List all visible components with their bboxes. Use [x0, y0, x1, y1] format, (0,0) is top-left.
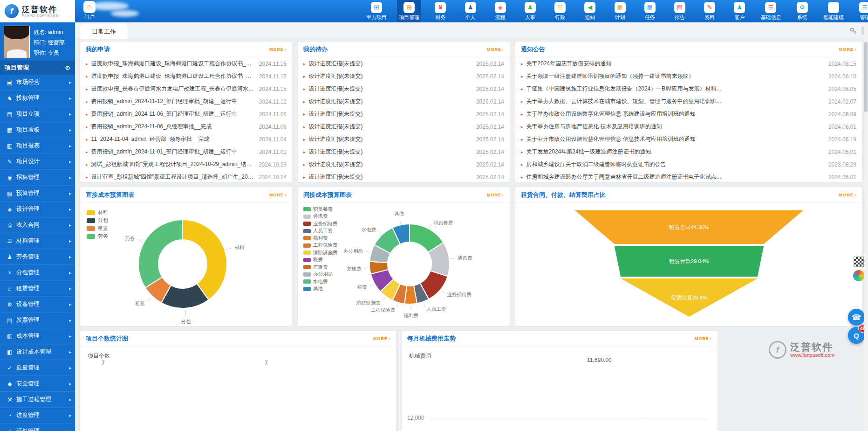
list-item[interactable]: ▸于征集《中国建筑施工行业信息化发展报告（2024）—BIM应用与发展》材料..… [515, 83, 862, 95]
sidebar-item-进度管理[interactable]: ◔进度管理▸ [0, 408, 75, 424]
sidebar-item-材料管理[interactable]: ☰材料管理▸ [0, 233, 75, 249]
list-item[interactable]: ▸设计进度汇报(未提交)2025.02.14 [298, 158, 510, 171]
qq-chat-button[interactable]: Q 45 [848, 327, 865, 344]
nav-item-财务[interactable]: ¥财务 [430, 0, 451, 22]
nav-item-通知[interactable]: ◀通知 [579, 0, 601, 22]
sidebar-item-设备管理[interactable]: ⚙设备管理▸ [0, 297, 75, 313]
list-item[interactable]: ▸设计进度汇报(未提交)2025.02.14 [298, 171, 510, 183]
sidebar-item-收入合同[interactable]: ◎收入合同▸ [0, 217, 75, 233]
chevron-right-icon: › [854, 47, 856, 52]
list-item[interactable]: ▸设计审查_彭祖新城“四馆”景观工程设计项目_请选择_胡广生_2024-10-2… [80, 171, 292, 183]
list-item[interactable]: ▸关于举办住房与房地产信息化 技术及应用培训班的通知2024.06.01 [515, 120, 862, 133]
donut-label: 福利费 [403, 313, 418, 318]
list-item[interactable]: ▸关于领取一级注册建造师培训项目的通知（须持一建证书前来领取）2024.06.1… [515, 70, 862, 83]
sidebar-item-劳务管理[interactable]: ♟劳务管理▸ [0, 249, 75, 265]
panel-my-requests: 我的申请 MORE› ▸进度款申报_珠海鹤港口建设_珠海鹤港口建设工程合作协议书… [80, 41, 293, 183]
nav-item-智能建模[interactable]: 智能建模 [821, 0, 846, 22]
sidebar-item-项目报表[interactable]: ▥项目报表▸ [0, 138, 75, 154]
nav-item-系统[interactable]: ⚙系统 [792, 0, 813, 22]
list-item[interactable]: ▸费用报销_admin_2024-11-06_总经理审批__完成2024.11.… [80, 120, 292, 133]
service-icon[interactable] [853, 270, 864, 281]
more-link[interactable]: MORE› [269, 193, 287, 197]
sidebar-item-租赁管理[interactable]: ⌂租赁管理▸ [0, 281, 75, 297]
qr-code-icon[interactable] [854, 257, 864, 267]
sidebar-item-投标管理[interactable]: ♞投标管理▸ [0, 90, 75, 106]
nav-item-流程[interactable]: ◈流程 [490, 0, 511, 22]
key-icon[interactable] [850, 28, 857, 35]
list-item[interactable]: ▸设计进度汇报(未提交)2025.02.14 [298, 108, 510, 120]
nav-item-人事[interactable]: ♟人事 [519, 0, 541, 22]
gear-icon[interactable]: ⚙ [65, 64, 70, 71]
more-link[interactable]: MORE› [695, 336, 712, 341]
sidebar-item-成本管理[interactable]: ▥成本管理▸ [0, 328, 75, 344]
list-item[interactable]: ▸房和城乡建设厅关于取消二级建造师临时执业证书的公告2023.08.29 [515, 158, 862, 171]
nav-item-报告[interactable]: ▤报告 [669, 0, 690, 22]
list-item[interactable]: ▸关于举办大数据、云计算技术在城市建设、规划、管理与服务中的应用培训班...20… [515, 95, 862, 108]
list-item[interactable]: ▸关于举办市政公用设施数字化管理信息 系统建设与应用培训班的通知2024.06.… [515, 108, 862, 120]
sidebar-item-招标管理[interactable]: ◉招标管理▸ [0, 170, 75, 186]
more-link[interactable]: MORE› [487, 47, 504, 52]
more-link[interactable]: MORE› [269, 47, 287, 52]
phone-button[interactable]: ☎ [848, 309, 865, 326]
more-link[interactable]: MORE› [487, 193, 504, 197]
line-point-label: 11,690.00 [587, 357, 612, 363]
sidebar-item-证件管理[interactable]: ▯证件管理▸ [0, 424, 75, 431]
nav-item-个人[interactable]: ♟个人 [460, 0, 481, 22]
nav-item-资料[interactable]: ✎资料 [699, 0, 720, 22]
list-item[interactable]: ▸测试_彭祖新城“四馆”景观工程设计项目_2024-10-29_admin_结束… [80, 158, 292, 171]
list-item[interactable]: ▸关于2024年国庆节放假安排的通知2024.06.15 [515, 57, 862, 70]
sidebar-item-项目看板[interactable]: ▦项目看板▸ [0, 122, 75, 138]
nav-item-任务[interactable]: ▦任务 [639, 0, 661, 22]
more-link[interactable]: MORE› [373, 336, 390, 341]
profile-info: 姓名: admin 部门: 经营部 职位: 专员 [34, 26, 65, 61]
tender-icon: ◉ [6, 174, 14, 181]
donut-segment-消防设施费 [380, 279, 400, 300]
list-item[interactable]: ▸11_2024-11-04_admin_经营部_领导审批__完成2024.11… [80, 133, 292, 146]
sidebar-item-项目设计[interactable]: ✎项目设计▸ [0, 154, 75, 170]
list-item[interactable]: ▸进度款申报_长春市伊通河水力发电厂改建工程_长春市伊通河水力发电...2024… [80, 83, 292, 95]
design-cost-icon: ◧ [6, 349, 14, 355]
nav-item-行政[interactable]: ☷行政 [549, 0, 571, 22]
chevron-right-icon: ▸ [69, 334, 71, 339]
list-item[interactable]: ▸设计进度汇报(未提交)2025.02.14 [298, 83, 510, 95]
list-item[interactable]: ▸关于召开市政公用设施智慧化管理信息 信息技术与应用培训班的通知2024.06.… [515, 133, 862, 146]
scrollbar-thumb[interactable] [864, 42, 868, 112]
sidebar-item-安全管理[interactable]: ◆安全管理▸ [0, 376, 75, 392]
panel-title: 通知公告 [521, 45, 545, 54]
sidebar-item-发票管理[interactable]: ▤发票管理▸ [0, 313, 75, 328]
more-link[interactable]: MORE› [839, 47, 856, 52]
sidebar-item-预算管理[interactable]: ▧预算管理▸ [0, 186, 75, 202]
nav-item-项目管理[interactable]: ⊞项目管理 [397, 0, 421, 22]
list-item[interactable]: ▸设计进度汇报(未提交)2025.02.14 [298, 70, 510, 83]
tab-daily-work[interactable]: 日常工作 [80, 24, 128, 39]
sidebar-item-市场经营[interactable]: ▣市场经营▸ [0, 75, 75, 90]
chevron-right-icon: › [502, 47, 504, 52]
sidebar-item-分包管理[interactable]: ×分包管理▸ [0, 265, 75, 281]
list-item[interactable]: ▸设计进度汇报(未提交)2025.02.14 [298, 95, 510, 108]
list-item[interactable]: ▸设计进度汇报(未提交)2025.02.14 [298, 57, 510, 70]
list-item[interactable]: ▸费用报销_admin_2024-11-12_部门经理审批_胡建__运行中202… [80, 95, 292, 108]
list-item[interactable]: ▸进度款申报_珠海鹤港口建设_珠海鹤港口建设工程合作协议书_admin_...2… [80, 70, 292, 83]
more-link[interactable]: MORE› [839, 193, 856, 197]
nav-item-基础信息[interactable]: ☰基础信息 [759, 0, 783, 22]
nav-item-客户[interactable]: ♟客户 [729, 0, 750, 22]
list-item[interactable]: ▸关于发放2024年第24批一级建造师注册证书的通知2024.06.01 [515, 146, 862, 158]
list-item[interactable]: ▸设计进度汇报(未提交)2025.02.14 [298, 146, 510, 158]
list-item[interactable]: ▸住房和城乡建设部办公厅关于同意吉林省开展二级建造师注册证书电子化试点...20… [515, 171, 862, 183]
list-item[interactable]: ▸进度款申报_珠海鹤港口建设_珠海鹤港口建设工程合作协议书_admin_...2… [80, 57, 292, 70]
nav-item-管理[interactable]: ☰管理 [854, 0, 868, 22]
sidebar-item-施工过程管理[interactable]: ⚒施工过程管理▸ [0, 392, 75, 408]
list-item[interactable]: ▸设计进度汇报(未提交)2025.02.14 [298, 133, 510, 146]
nav-item-计划[interactable]: ▦计划 [609, 0, 631, 22]
list-item[interactable]: ▸设计进度汇报(未提交)2025.02.14 [298, 120, 510, 133]
sidebar-item-质量管理[interactable]: ✓质量管理▸ [0, 360, 75, 376]
sidebar-item-项目立项[interactable]: ▤项目立项▸ [0, 106, 75, 122]
portal-button[interactable]: ⌂ 门户 [77, 1, 102, 22]
personal-icon: ♟ [465, 2, 476, 13]
list-item[interactable]: ▸费用报销_admin_2024-11-06_部门经理审批_胡建__运行中202… [80, 108, 292, 120]
sidebar-item-设计管理[interactable]: ◈设计管理▸ [0, 202, 75, 217]
chevron-right-icon: › [710, 336, 712, 341]
nav-item-甲方项目[interactable]: ⊞甲方项目 [364, 0, 389, 22]
list-item[interactable]: ▸费用报销_admin_2024-11-01_部门经理审批_胡建__运行中202… [80, 146, 292, 158]
sidebar-item-设计成本管理[interactable]: ◧设计成本管理▸ [0, 344, 75, 360]
